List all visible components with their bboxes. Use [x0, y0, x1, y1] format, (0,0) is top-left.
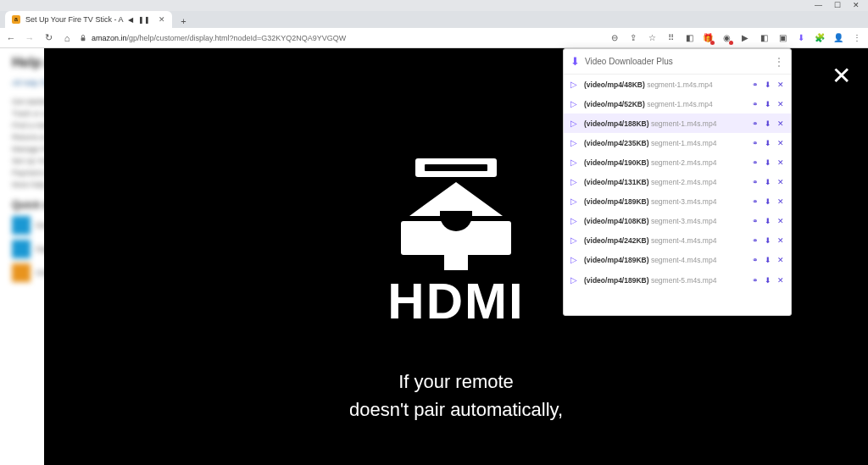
- download-button[interactable]: ⬇: [765, 100, 771, 108]
- remove-item-button[interactable]: ✕: [777, 80, 784, 89]
- download-item-actions: ⚭⬇✕: [752, 80, 784, 89]
- download-item[interactable]: ▷(video/mp4/189KB) segment-4.m4s.mp4⚭⬇✕: [564, 250, 791, 269]
- window-close-button[interactable]: ✕: [853, 2, 860, 9]
- download-button[interactable]: ⬇: [765, 236, 771, 245]
- download-button[interactable]: ⬇: [765, 139, 771, 147]
- play-icon[interactable]: ▷: [570, 255, 579, 264]
- download-button[interactable]: ⬇: [765, 276, 771, 285]
- play-icon[interactable]: ▷: [570, 275, 579, 285]
- address-bar[interactable]: amazon.in/gp/help/customer/display.html?…: [80, 34, 602, 42]
- profile-avatar-icon[interactable]: 👤: [832, 32, 844, 44]
- remove-item-button[interactable]: ✕: [777, 178, 784, 186]
- download-item[interactable]: ▷(video/mp4/189KB) segment-3.m4s.mp4⚭⬇✕: [564, 191, 791, 211]
- zoom-icon[interactable]: ⊖: [609, 32, 620, 44]
- download-item-info: (video/mp4/48KB) segment-1.m4s.mp4: [584, 80, 747, 89]
- play-icon[interactable]: ▷: [570, 138, 579, 147]
- copy-link-button[interactable]: ⚭: [752, 158, 759, 167]
- copy-link-button[interactable]: ⚭: [752, 139, 759, 147]
- play-icon[interactable]: ▷: [570, 119, 579, 128]
- download-item-info: (video/mp4/52KB) segment-1.m4s.mp4: [584, 100, 747, 108]
- download-item-actions: ⚭⬇✕: [752, 236, 784, 245]
- remove-item-button[interactable]: ✕: [777, 236, 784, 245]
- remove-item-button[interactable]: ✕: [777, 139, 784, 147]
- download-item-info: (video/mp4/189KB) segment-4.m4s.mp4: [584, 256, 747, 264]
- ext-1-icon[interactable]: ◧: [683, 32, 695, 44]
- remove-item-button[interactable]: ✕: [777, 100, 784, 108]
- download-button[interactable]: ⬇: [765, 119, 771, 128]
- download-button[interactable]: ⬇: [765, 217, 771, 225]
- tab-pause-icon[interactable]: ❚❚: [138, 16, 150, 24]
- copy-link-button[interactable]: ⚭: [752, 119, 759, 128]
- play-icon[interactable]: ▷: [570, 235, 579, 245]
- url-domain: amazon.in: [92, 34, 127, 42]
- download-item[interactable]: ▷(video/mp4/188KB) segment-1.m4s.mp4⚭⬇✕: [564, 113, 791, 133]
- download-button[interactable]: ⬇: [765, 158, 771, 167]
- browser-tab[interactable]: a Set Up Your Fire TV Stick - A ◀ ❚❚ ✕: [5, 11, 172, 28]
- close-video-button[interactable]: ✕: [832, 62, 851, 90]
- caption-line-2: doesn't pair automatically,: [349, 396, 563, 423]
- copy-link-button[interactable]: ⚭: [752, 80, 759, 89]
- new-tab-button[interactable]: +: [175, 14, 191, 28]
- copy-link-button[interactable]: ⚭: [752, 100, 759, 108]
- download-button[interactable]: ⬇: [765, 178, 771, 186]
- tab-close-button[interactable]: ✕: [159, 15, 165, 24]
- ext-2-icon[interactable]: 🎁: [702, 32, 714, 44]
- back-button[interactable]: ←: [5, 33, 17, 43]
- copy-link-button[interactable]: ⚭: [752, 276, 759, 285]
- window-titlebar: — ☐ ✕: [0, 0, 868, 11]
- ext-8-icon[interactable]: 🧩: [814, 32, 826, 44]
- forward-button[interactable]: →: [24, 33, 36, 43]
- download-button[interactable]: ⬇: [765, 256, 771, 264]
- reload-button[interactable]: ↻: [42, 32, 54, 43]
- play-icon[interactable]: ▷: [570, 216, 579, 225]
- remove-item-button[interactable]: ✕: [777, 158, 784, 167]
- popup-menu-button[interactable]: ⋮: [774, 56, 784, 68]
- download-item[interactable]: ▷(video/mp4/52KB) segment-1.m4s.mp4⚭⬇✕: [564, 94, 791, 113]
- download-item[interactable]: ▷(video/mp4/189KB) segment-5.m4s.mp4⚭⬇✕: [564, 269, 791, 290]
- copy-link-button[interactable]: ⚭: [752, 217, 759, 225]
- browser-menu-icon[interactable]: ⋮: [851, 32, 863, 44]
- share-icon[interactable]: ⇪: [627, 32, 639, 44]
- tab-favicon-icon: a: [12, 15, 20, 24]
- play-icon[interactable]: ▷: [570, 197, 579, 206]
- download-item-info: (video/mp4/131KB) segment-2.m4s.mp4: [584, 178, 747, 186]
- download-item-actions: ⚭⬇✕: [752, 158, 784, 167]
- ext-4-icon[interactable]: ▶: [739, 32, 751, 44]
- ext-downloader-icon[interactable]: ⬇: [795, 32, 807, 44]
- download-button[interactable]: ⬇: [765, 197, 771, 206]
- play-icon[interactable]: ▷: [570, 99, 579, 108]
- download-button[interactable]: ⬇: [765, 80, 771, 89]
- window-minimize-button[interactable]: —: [815, 2, 822, 9]
- download-item[interactable]: ▷(video/mp4/108KB) segment-3.m4s.mp4⚭⬇✕: [564, 211, 791, 230]
- window-maximize-button[interactable]: ☐: [834, 2, 841, 9]
- copy-link-button[interactable]: ⚭: [752, 236, 759, 245]
- download-item-actions: ⚭⬇✕: [752, 197, 784, 206]
- download-item[interactable]: ▷(video/mp4/190KB) segment-2.m4s.mp4⚭⬇✕: [564, 152, 791, 172]
- download-item[interactable]: ▷(video/mp4/131KB) segment-2.m4s.mp4⚭⬇✕: [564, 172, 791, 191]
- ext-5-icon[interactable]: ◧: [758, 32, 770, 44]
- download-item[interactable]: ▷(video/mp4/48KB) segment-1.m4s.mp4⚭⬇✕: [564, 75, 791, 94]
- play-icon[interactable]: ▷: [570, 158, 579, 167]
- download-item-actions: ⚭⬇✕: [752, 256, 784, 264]
- copy-link-button[interactable]: ⚭: [752, 178, 759, 186]
- ext-3-icon[interactable]: ◉: [721, 32, 732, 44]
- copy-link-button[interactable]: ⚭: [752, 197, 759, 206]
- bookmark-star-icon[interactable]: ☆: [646, 32, 658, 44]
- download-item[interactable]: ▷(video/mp4/235KB) segment-1.m4s.mp4⚭⬇✕: [564, 133, 791, 152]
- home-button[interactable]: ⌂: [61, 33, 73, 43]
- window-controls: — ☐ ✕: [815, 0, 868, 9]
- remove-item-button[interactable]: ✕: [777, 119, 784, 128]
- remove-item-button[interactable]: ✕: [777, 256, 784, 264]
- play-icon[interactable]: ▷: [570, 80, 579, 89]
- remove-item-button[interactable]: ✕: [777, 217, 784, 225]
- copy-link-button[interactable]: ⚭: [752, 256, 759, 264]
- download-list[interactable]: ▷(video/mp4/48KB) segment-1.m4s.mp4⚭⬇✕▷(…: [564, 75, 791, 315]
- download-item-info: (video/mp4/189KB) segment-3.m4s.mp4: [584, 197, 747, 206]
- play-icon[interactable]: ▷: [570, 177, 579, 186]
- remove-item-button[interactable]: ✕: [777, 197, 784, 206]
- remove-item-button[interactable]: ✕: [777, 276, 784, 285]
- download-item[interactable]: ▷(video/mp4/242KB) segment-4.m4s.mp4⚭⬇✕: [564, 230, 791, 250]
- ext-6-icon[interactable]: ▣: [776, 32, 788, 44]
- tab-audio-icon[interactable]: ◀: [128, 16, 133, 24]
- extensions-icon[interactable]: ⠿: [665, 32, 676, 44]
